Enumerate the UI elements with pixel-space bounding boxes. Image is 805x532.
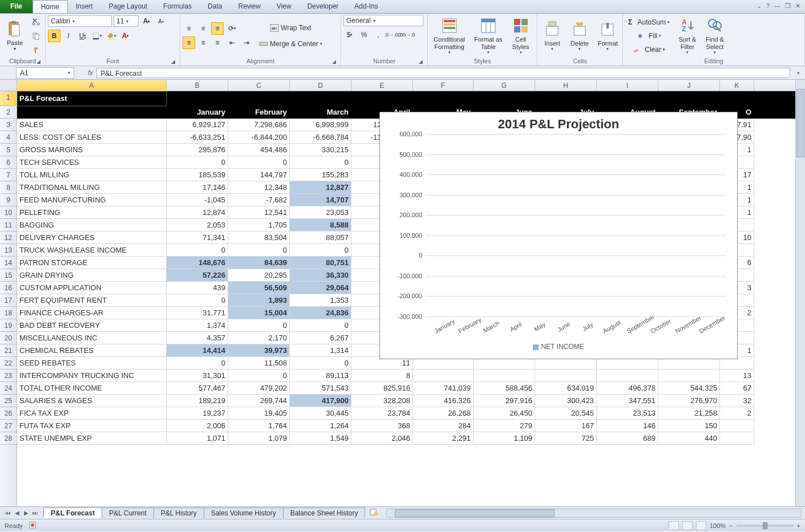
cell-B27[interactable]: 2,006 (167, 420, 228, 432)
cell-A24[interactable]: TOTAL OTHER INCOME (17, 382, 167, 395)
wrap-text-button[interactable]: abWrap Text (255, 22, 326, 34)
format-as-table-button[interactable]: Format as Table▾ (471, 15, 506, 55)
zoom-level[interactable]: 100% (710, 522, 726, 529)
tab-last-icon[interactable]: ⏭ (31, 510, 40, 516)
cell-B26[interactable]: 19,237 (167, 407, 228, 420)
cell-J25[interactable]: 276,970 (658, 395, 720, 407)
cell-I24[interactable]: 496,378 (597, 382, 658, 395)
cell-K26[interactable]: 2 (720, 407, 754, 420)
cell-D25[interactable]: 417,900 (290, 395, 351, 407)
cell-B7[interactable]: 185,539 (167, 169, 228, 181)
cell-D27[interactable]: 1,264 (290, 420, 351, 432)
row-header-20[interactable]: 20 (0, 332, 17, 344)
cell-A11[interactable]: BAGGING (17, 219, 167, 232)
cell-C13[interactable]: 0 (228, 244, 290, 257)
cell-A27[interactable]: FUTA TAX EXP (17, 420, 167, 432)
column-header-I[interactable]: I (597, 80, 658, 91)
cell-D10[interactable]: 23,053 (290, 206, 351, 219)
cell-C14[interactable]: 84,639 (228, 257, 290, 269)
cell-A13[interactable]: TRUCK WASH/LEASE INCOME (17, 244, 167, 257)
embedded-chart[interactable]: 2014 P&L Projection JanuaryFebruaryMarch… (379, 112, 738, 359)
cell-K23[interactable]: 13 (720, 369, 754, 382)
cell-B25[interactable]: 189,219 (167, 395, 228, 407)
column-header-B[interactable]: B (167, 80, 228, 91)
cell-I23[interactable] (597, 369, 658, 382)
row-header-6[interactable]: 6 (0, 156, 17, 169)
cell-D23[interactable]: 89,113 (290, 369, 351, 382)
cell-J24[interactable]: 544,325 (658, 382, 720, 395)
cell-B19[interactable]: 1,374 (167, 319, 228, 332)
help-icon[interactable]: ? (766, 2, 770, 11)
cell-B18[interactable]: 31,771 (167, 307, 228, 319)
cell-A10[interactable]: PELLETING (17, 206, 167, 219)
cell-B9[interactable]: -1,045 (167, 194, 228, 206)
cell-C9[interactable]: -7,682 (228, 194, 290, 206)
underline-button[interactable]: U▾ (76, 30, 89, 42)
cell-D14[interactable]: 80,751 (290, 257, 351, 269)
normal-view-button[interactable] (669, 521, 679, 530)
sheet-tab-1[interactable]: P&L Current (102, 507, 154, 518)
cell-D18[interactable]: 24,836 (290, 307, 351, 319)
cell-D20[interactable]: 6,267 (290, 332, 351, 344)
macro-record-icon[interactable] (29, 521, 37, 530)
select-all-button[interactable] (0, 80, 17, 91)
cell-D21[interactable]: 1,314 (290, 344, 351, 357)
sort-filter-button[interactable]: AZSort & Filter▾ (675, 15, 700, 55)
tab-next-icon[interactable]: ▶ (22, 510, 31, 516)
cell-D15[interactable]: 36,330 (290, 269, 351, 282)
cell-B17[interactable]: 0 (167, 294, 228, 307)
row-header-21[interactable]: 21 (0, 344, 17, 357)
row-header-26[interactable]: 26 (0, 407, 17, 420)
cell-C2[interactable]: February (228, 106, 290, 119)
merge-center-button[interactable]: Merge & Center▾ (255, 38, 326, 50)
new-sheet-button[interactable] (365, 508, 383, 518)
cell-A21[interactable]: CHEMICAL REBATES (17, 344, 167, 357)
increase-decimal-button[interactable]: .0→.00 (386, 29, 399, 41)
cell-A22[interactable]: SEED REBATES (17, 357, 167, 369)
row-header-24[interactable]: 24 (0, 382, 17, 395)
cell-I26[interactable]: 23,513 (597, 407, 658, 420)
cell-I1[interactable] (597, 91, 658, 106)
column-header-C[interactable]: C (228, 80, 290, 91)
cell-J26[interactable]: 21,258 (658, 407, 720, 420)
fill-button[interactable]: Fill▾ (625, 30, 673, 42)
cell-B12[interactable]: 71,341 (167, 232, 228, 244)
tab-insert[interactable]: Insert (68, 0, 101, 13)
cell-A8[interactable]: TRADITIONAL MILLING (17, 181, 167, 194)
cell-J27[interactable]: 150 (658, 420, 720, 432)
cell-E26[interactable]: 23,784 (351, 407, 413, 420)
cell-C8[interactable]: 12,348 (228, 181, 290, 194)
cell-C20[interactable]: 2,170 (228, 332, 290, 344)
row-header-9[interactable]: 9 (0, 194, 17, 206)
row-header-8[interactable]: 8 (0, 181, 17, 194)
cell-A9[interactable]: FEED MANUFACTURING (17, 194, 167, 206)
cell-F23[interactable] (413, 369, 474, 382)
sheet-tab-3[interactable]: Sales Volume History (204, 507, 284, 518)
format-painter-button[interactable] (30, 44, 42, 56)
row-header-12[interactable]: 12 (0, 232, 17, 244)
zoom-in-button[interactable]: + (797, 522, 800, 529)
cell-C21[interactable]: 39,973 (228, 344, 290, 357)
cell-K28[interactable] (720, 432, 754, 445)
row-header-14[interactable]: 14 (0, 257, 17, 269)
cell-D13[interactable]: 0 (290, 244, 351, 257)
cell-D26[interactable]: 30,445 (290, 407, 351, 420)
cell-E23[interactable]: 8 (351, 369, 413, 382)
cell-C23[interactable]: 0 (228, 369, 290, 382)
align-right-button[interactable]: ≡ (211, 36, 224, 49)
cell-A20[interactable]: MISCELLANEOUS INC (17, 332, 167, 344)
tab-prev-icon[interactable]: ◀ (13, 510, 22, 516)
cell-I25[interactable]: 347,551 (597, 395, 658, 407)
cell-A7[interactable]: TOLL MILLING (17, 169, 167, 181)
horizontal-scrollbar[interactable] (386, 509, 802, 518)
formula-bar[interactable]: P&L Forecast (96, 68, 790, 78)
row-header-2[interactable]: 2 (0, 106, 17, 119)
cell-A12[interactable]: DELIVERY CHARGES (17, 232, 167, 244)
cell-C25[interactable]: 269,744 (228, 395, 290, 407)
cell-D12[interactable]: 88,057 (290, 232, 351, 244)
align-top-button[interactable]: ≡ (183, 22, 195, 35)
row-header-10[interactable]: 10 (0, 206, 17, 219)
tab-review[interactable]: Review (230, 0, 268, 13)
cell-C5[interactable]: 454,486 (228, 144, 290, 156)
ribbon-minimize-icon[interactable]: ⌄ (757, 2, 762, 11)
